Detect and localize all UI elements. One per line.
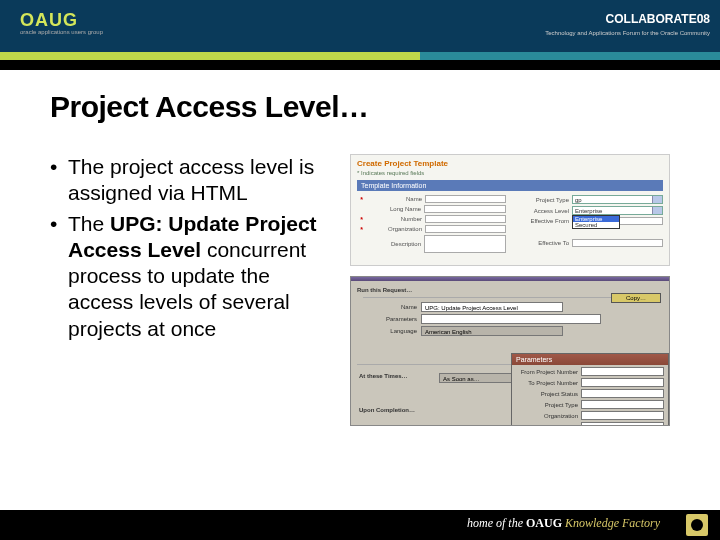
param-input[interactable] <box>581 367 664 376</box>
copy-button[interactable]: Copy… <box>611 293 661 303</box>
label-efffrom: Effective From <box>514 218 569 224</box>
collaborate-subtitle: Technology and Applications Forum for th… <box>545 30 710 36</box>
param-input[interactable] <box>581 389 664 398</box>
param-input[interactable] <box>581 378 664 387</box>
logo-subtitle: oracle applications users group <box>20 29 103 35</box>
label-params: Parameters <box>357 316 417 322</box>
label-number: Number <box>367 216 422 222</box>
input-org[interactable] <box>425 225 506 233</box>
input-number[interactable] <box>425 215 506 223</box>
section-atthesetimes: At these Times… <box>359 373 408 379</box>
select-projtype[interactable]: gp <box>572 195 663 204</box>
select-accesslevel[interactable]: Enterprise <box>572 206 663 215</box>
label-reqname: Name <box>357 304 417 310</box>
screenshot-concurrent-request: Run this Request… Copy… NameUPG: Update … <box>350 276 670 426</box>
slide-title: Project Access Level… <box>50 90 690 124</box>
parameters-popup: Parameters From Project Number To Projec… <box>511 353 669 426</box>
collaborate-title: COLLABORATE08 <box>606 12 710 26</box>
param-label: Organization <box>516 413 578 419</box>
footer-bar: home of the OAUG Knowledge Factory <box>0 510 720 540</box>
input-longname[interactable] <box>424 205 506 213</box>
label-longname: Long Name <box>366 206 421 212</box>
teal-stripe <box>420 52 720 60</box>
screenshot-html-form: Create Project Template * Indicates requ… <box>350 154 670 266</box>
label-lang: Language <box>357 328 417 334</box>
param-input[interactable] <box>581 422 664 426</box>
input-name[interactable] <box>425 195 506 203</box>
input-reqname[interactable]: UPG: Update Project Access Level <box>421 302 563 312</box>
logo-text: OAUG <box>20 10 78 30</box>
green-stripe <box>0 52 420 60</box>
input-params[interactable] <box>421 314 601 324</box>
input-effto[interactable] <box>572 239 663 247</box>
input-desc[interactable] <box>424 235 506 253</box>
accesslevel-dropdown: Enterprise Secured <box>572 215 620 229</box>
label-projtype: Project Type <box>514 197 569 203</box>
label-effto: Effective To <box>514 240 569 246</box>
header-banner: OAUG oracle applications users group COL… <box>0 0 720 60</box>
footer-text: home of the OAUG Knowledge Factory <box>467 516 660 531</box>
params-titlebar: Parameters <box>512 354 668 365</box>
label-org: Organization <box>367 226 422 232</box>
slide-content: Project Access Level… The project access… <box>50 90 690 490</box>
param-label: Project Status <box>516 391 578 397</box>
oaug-logo: OAUG oracle applications users group <box>20 10 103 35</box>
param-label: Project Type <box>516 402 578 408</box>
input-lang: American English <box>421 326 563 336</box>
dropdown-option[interactable]: Secured <box>573 222 619 228</box>
black-divider <box>0 60 720 70</box>
label-accesslevel: Access Level <box>514 208 569 214</box>
form-header: Create Project Template <box>357 159 663 168</box>
required-hint: * Indicates required fields <box>357 170 663 176</box>
bullet-item: The UPG: Update Project Access Level con… <box>50 211 330 342</box>
section-uponcompletion: Upon Completion… <box>359 407 415 413</box>
param-input[interactable] <box>581 400 664 409</box>
param-input[interactable] <box>581 411 664 420</box>
label-name: Name <box>367 196 422 202</box>
param-label: To Project Number <box>516 380 578 386</box>
window-titlebar <box>351 277 669 281</box>
screenshots-column: Create Project Template * Indicates requ… <box>350 154 670 426</box>
param-label: From Project Number <box>516 369 578 375</box>
kf-logo-icon <box>686 514 708 536</box>
section-bar: Template Information <box>357 180 663 191</box>
bullet-item: The project access level is assigned via… <box>50 154 330 207</box>
bullet-list: The project access level is assigned via… <box>50 154 330 426</box>
param-label: Access Level <box>516 424 578 427</box>
label-desc: Description <box>366 241 421 247</box>
